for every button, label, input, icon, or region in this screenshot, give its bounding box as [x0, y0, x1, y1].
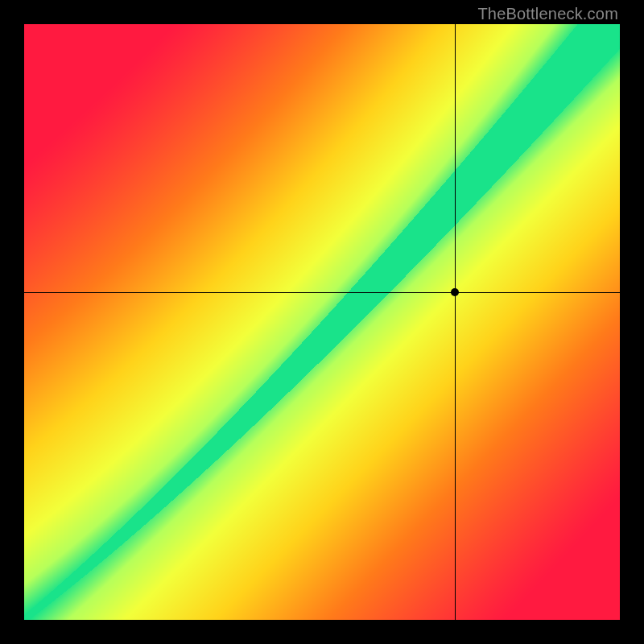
- marker-dot: [451, 288, 459, 296]
- heatmap-canvas: [24, 24, 620, 620]
- crosshair-horizontal: [24, 292, 620, 293]
- crosshair-vertical: [455, 24, 456, 620]
- watermark-text: TheBottleneck.com: [477, 5, 618, 23]
- heatmap-frame: [24, 24, 620, 620]
